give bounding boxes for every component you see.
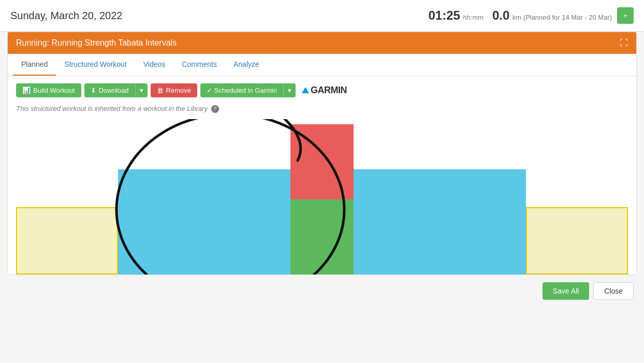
interval-bar-6 — [330, 124, 338, 274]
toolbar: 📊 Build Workout ⬇ Download ▾ 🗑 Remove ✓ … — [8, 76, 636, 103]
interval-bar-5 — [322, 124, 330, 274]
interval-bar-4 — [314, 124, 322, 274]
build-workout-icon: 📊 — [22, 86, 31, 94]
chart-canvas — [16, 124, 628, 274]
garmin-text: GARMIN — [311, 85, 347, 96]
save-all-button[interactable]: Save All — [543, 282, 590, 300]
activity-card: Running: Running Strength Tabata Interva… — [7, 32, 637, 275]
garmin-schedule-button-group: ✓ Scheduled in Garmin ▾ — [200, 83, 296, 97]
garmin-dropdown-button[interactable]: ▾ — [283, 83, 296, 97]
download-button[interactable]: ⬇ Download — [84, 83, 135, 97]
workout-chart — [8, 119, 636, 274]
tab-analyze[interactable]: Analyze — [225, 54, 268, 76]
help-icon[interactable]: ? — [211, 105, 219, 113]
scheduled-garmin-button[interactable]: ✓ Scheduled in Garmin — [200, 83, 283, 97]
interval-bar-7 — [338, 124, 346, 274]
tab-videos[interactable]: Videos — [135, 54, 174, 76]
workout-segments — [16, 124, 628, 274]
tab-comments[interactable]: Comments — [173, 54, 225, 76]
scheduled-label: ✓ Scheduled in Garmin — [207, 86, 277, 94]
warmup-segment — [16, 207, 118, 275]
main-segment-1 — [118, 169, 290, 274]
expand-icon[interactable]: ⛶ — [620, 38, 628, 48]
tab-planned[interactable]: Planned — [13, 54, 56, 76]
trash-icon: 🗑 — [157, 86, 164, 94]
add-button[interactable]: + — [617, 7, 634, 24]
interval-bar-8 — [346, 124, 354, 274]
dropdown-icon: ▾ — [140, 86, 143, 94]
bottom-bar: Save All Close — [0, 275, 644, 307]
distance-unit: km (Planned for 14 Mar - 20 Mar) — [513, 13, 612, 21]
card-title: Running: Running Strength Tabata Interva… — [16, 38, 177, 48]
download-dropdown-button[interactable]: ▾ — [135, 83, 148, 97]
cooldown-segment — [526, 207, 628, 275]
remove-label: Remove — [166, 86, 191, 94]
interval-bars — [290, 124, 354, 274]
main-segment-2 — [354, 169, 526, 274]
garmin-triangle-icon — [302, 87, 309, 93]
card-title-bold: Running: — [16, 38, 49, 47]
build-workout-button[interactable]: 📊 Build Workout — [16, 83, 81, 97]
download-label: Download — [99, 86, 129, 94]
tabs-bar: Planned Structured Workout Videos Commen… — [8, 54, 636, 76]
build-workout-label: Build Workout — [33, 86, 75, 94]
info-text-bar: This structured workout is inherited fro… — [8, 103, 636, 119]
intervals-segment — [290, 124, 354, 274]
interval-bar-1 — [290, 124, 298, 274]
card-header: Running: Running Strength Tabata Interva… — [8, 32, 636, 54]
garmin-dropdown-icon: ▾ — [288, 86, 291, 94]
close-button[interactable]: Close — [593, 282, 634, 300]
date-label: Sunday, March 20, 2022 — [10, 10, 122, 22]
tab-structured-workout[interactable]: Structured Workout — [56, 54, 135, 76]
time-value: 01:25 — [429, 8, 460, 22]
header-right: 01:25 hh:mm 0.0 km (Planned for 14 Mar -… — [429, 7, 634, 24]
download-icon: ⬇ — [91, 86, 96, 94]
remove-button[interactable]: 🗑 Remove — [151, 83, 197, 97]
time-display: 01:25 hh:mm 0.0 km (Planned for 14 Mar -… — [429, 8, 612, 23]
distance-value: 0.0 — [492, 8, 509, 22]
card-title-rest: Running Strength Tabata Intervals — [52, 38, 177, 47]
download-button-group: ⬇ Download ▾ — [84, 83, 148, 97]
interval-bar-2 — [298, 124, 306, 274]
interval-bar-3 — [306, 124, 314, 274]
time-unit: hh:mm — [463, 13, 484, 21]
page-header: Sunday, March 20, 2022 01:25 hh:mm 0.0 k… — [0, 0, 644, 32]
garmin-logo: GARMIN — [302, 85, 347, 96]
info-text-content: This structured workout is inherited fro… — [16, 105, 208, 112]
